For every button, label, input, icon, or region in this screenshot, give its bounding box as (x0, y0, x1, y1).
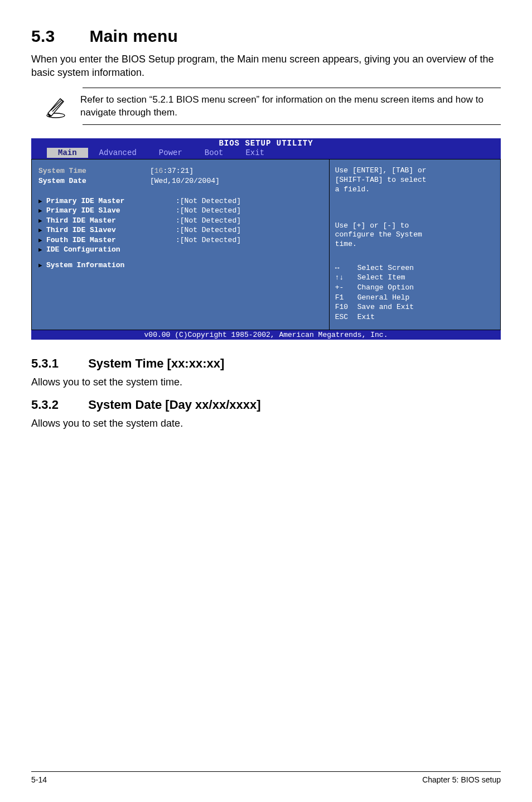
section-number: 5.3 (31, 27, 85, 46)
bios-tab-power[interactable]: Power (148, 148, 194, 158)
bios-row-item[interactable]: ▶Fouth IDE Master :[Not Detected] (38, 235, 322, 245)
subsection-heading: 5.3.2 System Date [Day xx/xx/xxxx] (31, 398, 501, 412)
bios-right-pane: Use [ENTER], [TAB] or [SHIFT-TAB] to sel… (330, 159, 501, 330)
subsection-body: Allows you to set the system time. (31, 375, 501, 389)
subsection-title: System Time [xx:xx:xx] (88, 356, 224, 370)
chapter-label: Chapter 5: BIOS setup (422, 775, 501, 784)
bios-row-item[interactable]: ▶Third IDE Master :[Not Detected] (38, 216, 322, 226)
section-heading: 5.3 Main menu (31, 27, 501, 46)
bios-menubar: Main Advanced Power Boot Exit (31, 148, 501, 159)
triangle-icon: ▶ (38, 217, 46, 225)
system-date-value: [Wed,10/20/2004] (150, 176, 220, 186)
subsection-body: Allows you to set the system date. (31, 417, 501, 430)
page-number: 5-14 (31, 775, 47, 784)
triangle-icon: ▶ (38, 236, 46, 245)
triangle-icon: ▶ (38, 226, 46, 235)
bios-tab-advanced[interactable]: Advanced (88, 148, 148, 158)
subsection-number: 5.3.1 (31, 356, 85, 371)
bios-row-system-time[interactable]: System Time [16:37:21] (38, 166, 322, 176)
triangle-icon: ▶ (38, 197, 46, 206)
bios-row-item[interactable]: ▶IDE Configuration (38, 245, 322, 255)
section-title: Main menu (90, 27, 178, 45)
note-block: Refer to section “5.2.1 BIOS menu screen… (83, 88, 501, 125)
bios-help-keys: ↔Select Screen ↑↓Select Item +-Change Op… (335, 263, 495, 322)
bios-footer: v00.00 (C)Copyright 1985-2002, American … (31, 330, 501, 340)
system-time-label: System Time (38, 166, 150, 176)
page-footer: 5-14 Chapter 5: BIOS setup (31, 771, 501, 784)
subsection-title: System Date [Day xx/xx/xxxx] (88, 398, 260, 412)
triangle-icon: ▶ (38, 262, 46, 270)
bios-row-item[interactable]: ▶Primary IDE Master :[Not Detected] (38, 196, 322, 206)
bios-row-item[interactable]: ▶Primary IDE Slave :[Not Detected] (38, 206, 322, 216)
system-time-value: [16:37:21] (150, 166, 194, 176)
subsection-heading: 5.3.1 System Time [xx:xx:xx] (31, 356, 501, 371)
bios-tab-main[interactable]: Main (47, 148, 88, 158)
bios-body: System Time [16:37:21] System Date [Wed,… (31, 159, 501, 330)
bios-left-pane: System Time [16:37:21] System Date [Wed,… (31, 159, 330, 330)
bios-row-item[interactable]: ▶System Information (38, 260, 322, 270)
section-intro: When you enter the BIOS Setup program, t… (31, 52, 501, 80)
triangle-icon: ▶ (38, 246, 46, 254)
subsection-number: 5.3.2 (31, 398, 85, 412)
bios-tab-exit[interactable]: Exit (234, 148, 275, 158)
triangle-icon: ▶ (38, 207, 46, 215)
bios-row-system-date[interactable]: System Date [Wed,10/20/2004] (38, 176, 322, 186)
bios-title: BIOS SETUP UTILITY (31, 138, 501, 148)
note-text: Refer to section “5.2.1 BIOS menu screen… (80, 94, 496, 119)
pencil-icon (31, 94, 80, 119)
bios-help-system: Use [+] or [-] to configure the System t… (335, 221, 495, 249)
system-date-label: System Date (38, 176, 150, 186)
bios-row-item[interactable]: ▶Third IDE Slavev :[Not Detected] (38, 225, 322, 235)
bios-screenshot: BIOS SETUP UTILITY Main Advanced Power B… (31, 138, 501, 340)
bios-tab-boot[interactable]: Boot (194, 148, 235, 158)
bios-help-top: Use [ENTER], [TAB] or [SHIFT-TAB] to sel… (335, 166, 495, 195)
